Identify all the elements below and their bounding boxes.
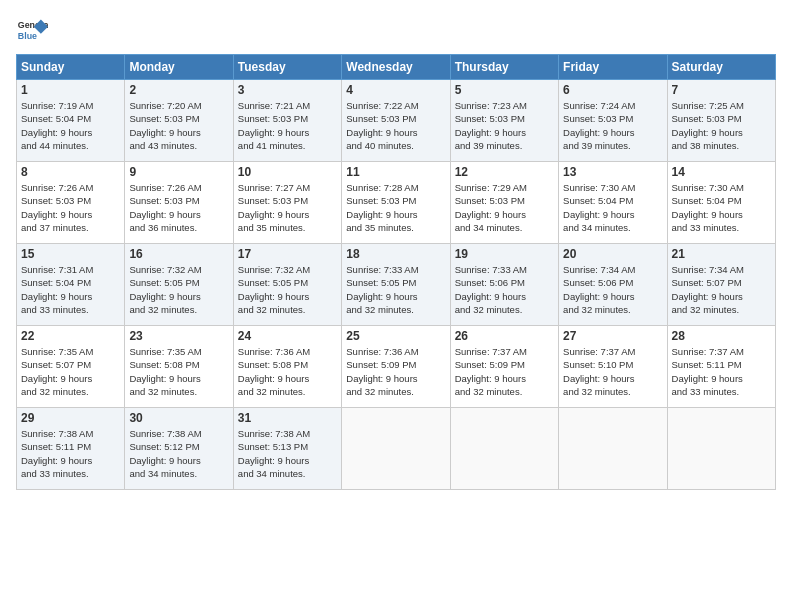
day-number: 12 bbox=[455, 165, 554, 179]
calendar-day-cell bbox=[559, 408, 667, 490]
day-number: 25 bbox=[346, 329, 445, 343]
day-number: 30 bbox=[129, 411, 228, 425]
day-info: Sunrise: 7:37 AMSunset: 5:11 PMDaylight:… bbox=[672, 346, 744, 397]
day-number: 3 bbox=[238, 83, 337, 97]
calendar-day-cell: 9 Sunrise: 7:26 AMSunset: 5:03 PMDayligh… bbox=[125, 162, 233, 244]
day-number: 15 bbox=[21, 247, 120, 261]
calendar-day-cell: 15 Sunrise: 7:31 AMSunset: 5:04 PMDaylig… bbox=[17, 244, 125, 326]
calendar-day-cell: 31 Sunrise: 7:38 AMSunset: 5:13 PMDaylig… bbox=[233, 408, 341, 490]
day-info: Sunrise: 7:32 AMSunset: 5:05 PMDaylight:… bbox=[129, 264, 201, 315]
calendar-week-row: 8 Sunrise: 7:26 AMSunset: 5:03 PMDayligh… bbox=[17, 162, 776, 244]
calendar-day-cell bbox=[342, 408, 450, 490]
calendar-day-cell: 23 Sunrise: 7:35 AMSunset: 5:08 PMDaylig… bbox=[125, 326, 233, 408]
calendar-day-cell: 27 Sunrise: 7:37 AMSunset: 5:10 PMDaylig… bbox=[559, 326, 667, 408]
day-info: Sunrise: 7:38 AMSunset: 5:13 PMDaylight:… bbox=[238, 428, 310, 479]
day-info: Sunrise: 7:26 AMSunset: 5:03 PMDaylight:… bbox=[21, 182, 93, 233]
day-info: Sunrise: 7:36 AMSunset: 5:09 PMDaylight:… bbox=[346, 346, 418, 397]
day-info: Sunrise: 7:37 AMSunset: 5:10 PMDaylight:… bbox=[563, 346, 635, 397]
svg-text:Blue: Blue bbox=[18, 31, 37, 41]
calendar-day-cell: 1 Sunrise: 7:19 AMSunset: 5:04 PMDayligh… bbox=[17, 80, 125, 162]
day-info: Sunrise: 7:32 AMSunset: 5:05 PMDaylight:… bbox=[238, 264, 310, 315]
day-info: Sunrise: 7:34 AMSunset: 5:07 PMDaylight:… bbox=[672, 264, 744, 315]
day-info: Sunrise: 7:22 AMSunset: 5:03 PMDaylight:… bbox=[346, 100, 418, 151]
day-number: 11 bbox=[346, 165, 445, 179]
day-info: Sunrise: 7:34 AMSunset: 5:06 PMDaylight:… bbox=[563, 264, 635, 315]
day-number: 10 bbox=[238, 165, 337, 179]
calendar-day-cell: 18 Sunrise: 7:33 AMSunset: 5:05 PMDaylig… bbox=[342, 244, 450, 326]
day-info: Sunrise: 7:19 AMSunset: 5:04 PMDaylight:… bbox=[21, 100, 93, 151]
logo: General Blue bbox=[16, 16, 52, 48]
day-info: Sunrise: 7:28 AMSunset: 5:03 PMDaylight:… bbox=[346, 182, 418, 233]
calendar-day-cell: 4 Sunrise: 7:22 AMSunset: 5:03 PMDayligh… bbox=[342, 80, 450, 162]
day-number: 13 bbox=[563, 165, 662, 179]
logo-icon: General Blue bbox=[16, 16, 48, 48]
day-info: Sunrise: 7:33 AMSunset: 5:06 PMDaylight:… bbox=[455, 264, 527, 315]
calendar-day-cell: 29 Sunrise: 7:38 AMSunset: 5:11 PMDaylig… bbox=[17, 408, 125, 490]
day-info: Sunrise: 7:38 AMSunset: 5:11 PMDaylight:… bbox=[21, 428, 93, 479]
day-number: 9 bbox=[129, 165, 228, 179]
day-info: Sunrise: 7:29 AMSunset: 5:03 PMDaylight:… bbox=[455, 182, 527, 233]
weekday-header: Monday bbox=[125, 55, 233, 80]
calendar-day-cell: 26 Sunrise: 7:37 AMSunset: 5:09 PMDaylig… bbox=[450, 326, 558, 408]
day-info: Sunrise: 7:37 AMSunset: 5:09 PMDaylight:… bbox=[455, 346, 527, 397]
calendar-day-cell: 5 Sunrise: 7:23 AMSunset: 5:03 PMDayligh… bbox=[450, 80, 558, 162]
day-number: 18 bbox=[346, 247, 445, 261]
calendar-day-cell: 2 Sunrise: 7:20 AMSunset: 5:03 PMDayligh… bbox=[125, 80, 233, 162]
calendar-day-cell bbox=[667, 408, 775, 490]
day-number: 8 bbox=[21, 165, 120, 179]
day-info: Sunrise: 7:36 AMSunset: 5:08 PMDaylight:… bbox=[238, 346, 310, 397]
day-number: 23 bbox=[129, 329, 228, 343]
day-number: 6 bbox=[563, 83, 662, 97]
calendar-day-cell bbox=[450, 408, 558, 490]
calendar-day-cell: 17 Sunrise: 7:32 AMSunset: 5:05 PMDaylig… bbox=[233, 244, 341, 326]
calendar-week-row: 22 Sunrise: 7:35 AMSunset: 5:07 PMDaylig… bbox=[17, 326, 776, 408]
calendar-day-cell: 28 Sunrise: 7:37 AMSunset: 5:11 PMDaylig… bbox=[667, 326, 775, 408]
day-info: Sunrise: 7:26 AMSunset: 5:03 PMDaylight:… bbox=[129, 182, 201, 233]
calendar-day-cell: 3 Sunrise: 7:21 AMSunset: 5:03 PMDayligh… bbox=[233, 80, 341, 162]
calendar-day-cell: 25 Sunrise: 7:36 AMSunset: 5:09 PMDaylig… bbox=[342, 326, 450, 408]
day-number: 26 bbox=[455, 329, 554, 343]
calendar-day-cell: 10 Sunrise: 7:27 AMSunset: 5:03 PMDaylig… bbox=[233, 162, 341, 244]
calendar-header-row: SundayMondayTuesdayWednesdayThursdayFrid… bbox=[17, 55, 776, 80]
day-number: 1 bbox=[21, 83, 120, 97]
calendar-week-row: 29 Sunrise: 7:38 AMSunset: 5:11 PMDaylig… bbox=[17, 408, 776, 490]
weekday-header: Saturday bbox=[667, 55, 775, 80]
calendar-day-cell: 6 Sunrise: 7:24 AMSunset: 5:03 PMDayligh… bbox=[559, 80, 667, 162]
day-info: Sunrise: 7:25 AMSunset: 5:03 PMDaylight:… bbox=[672, 100, 744, 151]
calendar-week-row: 1 Sunrise: 7:19 AMSunset: 5:04 PMDayligh… bbox=[17, 80, 776, 162]
day-number: 16 bbox=[129, 247, 228, 261]
day-info: Sunrise: 7:35 AMSunset: 5:08 PMDaylight:… bbox=[129, 346, 201, 397]
calendar-day-cell: 22 Sunrise: 7:35 AMSunset: 5:07 PMDaylig… bbox=[17, 326, 125, 408]
weekday-header: Friday bbox=[559, 55, 667, 80]
day-info: Sunrise: 7:30 AMSunset: 5:04 PMDaylight:… bbox=[672, 182, 744, 233]
calendar-day-cell: 21 Sunrise: 7:34 AMSunset: 5:07 PMDaylig… bbox=[667, 244, 775, 326]
calendar-day-cell: 7 Sunrise: 7:25 AMSunset: 5:03 PMDayligh… bbox=[667, 80, 775, 162]
weekday-header: Thursday bbox=[450, 55, 558, 80]
day-number: 2 bbox=[129, 83, 228, 97]
day-number: 4 bbox=[346, 83, 445, 97]
day-number: 5 bbox=[455, 83, 554, 97]
day-number: 24 bbox=[238, 329, 337, 343]
calendar-day-cell: 20 Sunrise: 7:34 AMSunset: 5:06 PMDaylig… bbox=[559, 244, 667, 326]
calendar-day-cell: 19 Sunrise: 7:33 AMSunset: 5:06 PMDaylig… bbox=[450, 244, 558, 326]
day-number: 31 bbox=[238, 411, 337, 425]
day-number: 17 bbox=[238, 247, 337, 261]
weekday-header: Tuesday bbox=[233, 55, 341, 80]
calendar-day-cell: 30 Sunrise: 7:38 AMSunset: 5:12 PMDaylig… bbox=[125, 408, 233, 490]
day-info: Sunrise: 7:30 AMSunset: 5:04 PMDaylight:… bbox=[563, 182, 635, 233]
calendar-week-row: 15 Sunrise: 7:31 AMSunset: 5:04 PMDaylig… bbox=[17, 244, 776, 326]
day-info: Sunrise: 7:20 AMSunset: 5:03 PMDaylight:… bbox=[129, 100, 201, 151]
day-number: 28 bbox=[672, 329, 771, 343]
weekday-header: Sunday bbox=[17, 55, 125, 80]
calendar-day-cell: 14 Sunrise: 7:30 AMSunset: 5:04 PMDaylig… bbox=[667, 162, 775, 244]
calendar-day-cell: 11 Sunrise: 7:28 AMSunset: 5:03 PMDaylig… bbox=[342, 162, 450, 244]
calendar-day-cell: 12 Sunrise: 7:29 AMSunset: 5:03 PMDaylig… bbox=[450, 162, 558, 244]
calendar-day-cell: 16 Sunrise: 7:32 AMSunset: 5:05 PMDaylig… bbox=[125, 244, 233, 326]
day-number: 29 bbox=[21, 411, 120, 425]
day-number: 27 bbox=[563, 329, 662, 343]
day-number: 20 bbox=[563, 247, 662, 261]
day-info: Sunrise: 7:35 AMSunset: 5:07 PMDaylight:… bbox=[21, 346, 93, 397]
weekday-header: Wednesday bbox=[342, 55, 450, 80]
day-number: 7 bbox=[672, 83, 771, 97]
calendar-day-cell: 13 Sunrise: 7:30 AMSunset: 5:04 PMDaylig… bbox=[559, 162, 667, 244]
